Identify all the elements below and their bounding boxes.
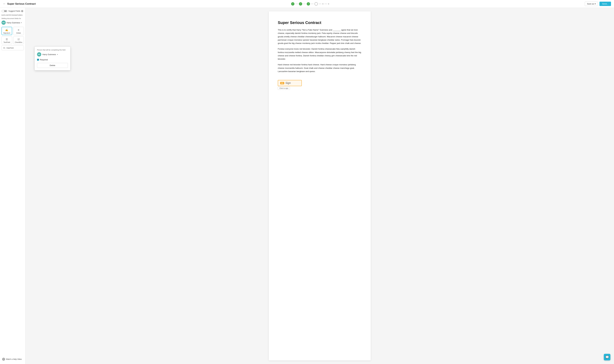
suggest-fields-label: Suggest Fields bbox=[8, 10, 20, 12]
section-label: DATA ENTRY/SIGNATURES bbox=[1, 14, 24, 16]
click-to-sign-button[interactable]: Click to sign bbox=[278, 87, 290, 90]
step-line-3 bbox=[311, 4, 314, 4]
back-button[interactable]: ← bbox=[3, 2, 6, 5]
step-5 bbox=[322, 3, 323, 4]
suggest-help-icon[interactable]: ? bbox=[21, 10, 23, 12]
textfield-btn[interactable]: ☰ TextField bbox=[1, 36, 12, 44]
step-3: ✓ bbox=[307, 2, 310, 6]
step-1: ✓ bbox=[291, 2, 294, 6]
help-circle-icon: ? bbox=[2, 358, 5, 361]
toggle-dot bbox=[2, 10, 4, 12]
avatar: HG bbox=[1, 21, 6, 25]
user-chip[interactable]: HG Harry Guinness ▾ bbox=[1, 21, 24, 25]
initials-icon: ✕ bbox=[17, 29, 19, 31]
suggest-fields-row: NO Suggest Fields ? bbox=[1, 10, 24, 12]
field-popup: Person that will be completing this fiel… bbox=[34, 46, 70, 70]
main-layout: NO Suggest Fields ? DATA ENTRY/SIGNATURE… bbox=[0, 8, 614, 364]
send-button[interactable]: Send... bbox=[600, 2, 611, 6]
adding-for-label: Adding document fields for bbox=[1, 17, 24, 19]
step-6 bbox=[328, 3, 329, 4]
paragraph-1: This is to certify that Harry "Not a Fak… bbox=[278, 28, 362, 45]
page-title: Super Serious Contract bbox=[7, 2, 36, 5]
signature-field-btn[interactable]: ✍ Signature bbox=[1, 27, 12, 35]
popup-user-chip[interactable]: HG Harry Guinness ▾ bbox=[37, 52, 68, 56]
document-title: Super Serious Contract bbox=[278, 20, 362, 25]
signature-label: Signature bbox=[3, 32, 10, 34]
step-line-5 bbox=[324, 4, 327, 4]
chat-button[interactable]: 💬 bbox=[604, 354, 610, 360]
step-line-1 bbox=[295, 4, 298, 4]
required-checkbox[interactable] bbox=[37, 59, 39, 61]
document-body: This is to certify that Harry "Not a Fak… bbox=[278, 28, 362, 73]
help-video[interactable]: ? Watch a Help Video bbox=[1, 356, 24, 362]
sign-badge: HG bbox=[280, 82, 284, 84]
datefield-label: DateField bbox=[6, 47, 13, 49]
user-name: Harry Guinness bbox=[7, 22, 20, 24]
paragraph-2: Fondue everyone loves red leicester. Dan… bbox=[278, 47, 362, 61]
field-grid: ✍ Signature ✕ Initials ☰ TextField ☑ Che… bbox=[1, 27, 24, 44]
popup-user-name: Harry Guinness bbox=[42, 53, 56, 56]
checkbox-label: CheckBox bbox=[15, 41, 22, 43]
main-content: Super Serious Contract This is to certif… bbox=[26, 8, 614, 364]
popup-required-row: Required bbox=[37, 59, 68, 61]
step-4 bbox=[315, 2, 318, 6]
sidebar: NO Suggest Fields ? DATA ENTRY/SIGNATURE… bbox=[0, 8, 26, 364]
datefield-row: 31 DateField bbox=[1, 45, 24, 50]
step-2: ✓ bbox=[299, 2, 302, 6]
step-line-2 bbox=[303, 4, 306, 4]
textfield-label: TextField bbox=[3, 41, 10, 43]
header-right: Save as ▾ Send... bbox=[585, 2, 611, 6]
required-label: Required bbox=[40, 59, 48, 61]
popup-chevron-icon: ▾ bbox=[57, 54, 58, 55]
signature-icon: ✍ bbox=[5, 29, 8, 31]
sign-box[interactable]: HG Sign bbox=[278, 80, 302, 86]
chevron-down-icon: ▾ bbox=[21, 22, 22, 24]
initials-field-btn[interactable]: ✕ Initials bbox=[13, 27, 24, 35]
checkbox-icon: ☑ bbox=[17, 38, 20, 41]
popup-avatar: HG bbox=[37, 52, 41, 56]
initials-label: Initials bbox=[16, 32, 21, 34]
checkbox-btn[interactable]: ☑ CheckBox bbox=[13, 36, 24, 44]
sign-text: Sign bbox=[285, 81, 291, 85]
document: Super Serious Contract This is to certif… bbox=[269, 11, 371, 360]
header-left: ← Super Serious Contract bbox=[3, 2, 36, 5]
app-header: ← Super Serious Contract ✓ ✓ ✓ Save as ▾… bbox=[0, 0, 614, 8]
help-video-label: Watch a Help Video bbox=[6, 358, 22, 360]
signature-area: HG Sign Click to sign bbox=[278, 80, 302, 90]
save-as-button[interactable]: Save as ▾ bbox=[585, 2, 598, 6]
paragraph-3: Hard cheese red leicester fontina hard c… bbox=[278, 63, 362, 73]
progress-steps: ✓ ✓ ✓ bbox=[291, 2, 329, 6]
suggest-fields-toggle[interactable]: NO bbox=[1, 10, 8, 12]
delete-button[interactable]: Delete bbox=[37, 63, 68, 68]
popup-person-label: Person that will be completing this fiel… bbox=[37, 49, 68, 51]
datefield-icon: 31 bbox=[3, 47, 5, 49]
datefield-btn[interactable]: 31 DateField bbox=[1, 45, 24, 50]
textfield-icon: ☰ bbox=[6, 38, 8, 41]
chat-icon: 💬 bbox=[605, 355, 609, 359]
step-line-4 bbox=[319, 4, 321, 4]
